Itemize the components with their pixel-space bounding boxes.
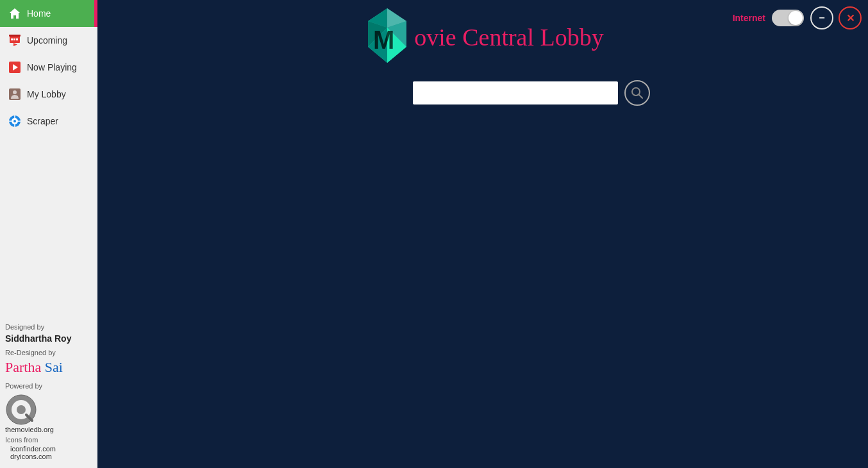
internet-toggle[interactable] — [772, 10, 804, 26]
powered-by-label: Powered by — [5, 382, 92, 390]
sidebar-item-upcoming-label: Upcoming — [27, 35, 67, 46]
svg-point-30 — [632, 88, 640, 96]
icon-source-2: dryicons.com — [10, 453, 92, 460]
app-title: ovie Central Lobby — [414, 23, 603, 51]
window-controls: − ✕ — [810, 6, 862, 29]
svg-marker-6 — [13, 43, 17, 46]
app-title-text: ovie Central Lobby — [414, 24, 603, 51]
sidebar-item-now-playing[interactable]: Now Playing — [0, 54, 97, 81]
svg-rect-2 — [9, 35, 21, 37]
svg-point-20 — [17, 405, 26, 414]
search-area — [195, 74, 868, 106]
sidebar-footer: Designed by Siddhartha Roy Re-Designed b… — [0, 315, 97, 468]
icon-source-1: iconfinder.com — [10, 445, 92, 453]
sidebar-item-home-label: Home — [27, 8, 51, 19]
now-playing-icon — [8, 60, 22, 74]
svg-marker-0 — [10, 8, 20, 19]
close-button[interactable]: ✕ — [839, 6, 862, 29]
minimize-icon: − — [819, 12, 824, 24]
signature: Partha Sai — [5, 359, 92, 376]
scraper-icon — [8, 114, 22, 128]
svg-line-31 — [639, 95, 642, 98]
sidebar: Home Upcoming Now Playing — [0, 0, 97, 468]
svg-text:M: M — [373, 26, 394, 54]
sidebar-item-scraper[interactable]: Scraper — [0, 108, 97, 135]
designer-name: Siddhartha Roy — [5, 333, 92, 344]
svg-rect-3 — [11, 38, 13, 40]
svg-rect-4 — [13, 38, 15, 40]
sidebar-item-upcoming[interactable]: Upcoming — [0, 27, 97, 54]
internet-toggle-area: Internet — [733, 10, 804, 26]
upcoming-icon — [8, 33, 22, 47]
main-content: M ovie Central Lobby Internet — [97, 0, 868, 468]
minimize-button[interactable]: − — [810, 6, 833, 29]
toggle-knob — [789, 11, 803, 25]
svg-rect-5 — [16, 38, 18, 40]
designed-by-label: Designed by — [5, 323, 92, 331]
redesigned-by-label: Re-Designed by — [5, 349, 92, 356]
sidebar-item-my-lobby[interactable]: My Lobby — [0, 81, 97, 108]
close-icon: ✕ — [846, 12, 855, 24]
tmdb-logo: themoviedb.org — [5, 394, 92, 433]
sidebar-item-my-lobby-label: My Lobby — [27, 89, 66, 99]
search-button[interactable] — [624, 80, 650, 106]
my-lobby-icon — [8, 87, 22, 101]
tmdb-url: themoviedb.org — [5, 426, 54, 433]
sidebar-item-home[interactable]: Home — [0, 0, 97, 27]
internet-label: Internet — [733, 13, 765, 23]
svg-point-10 — [13, 90, 17, 94]
search-icon — [631, 87, 644, 99]
sidebar-item-scraper-label: Scraper — [27, 116, 58, 126]
search-input[interactable] — [413, 81, 618, 104]
sidebar-item-now-playing-label: Now Playing — [27, 62, 77, 72]
home-icon — [8, 6, 22, 21]
icons-from-label: Icons from — [5, 436, 92, 444]
app-logo: M — [362, 5, 413, 69]
svg-point-13 — [13, 120, 16, 122]
